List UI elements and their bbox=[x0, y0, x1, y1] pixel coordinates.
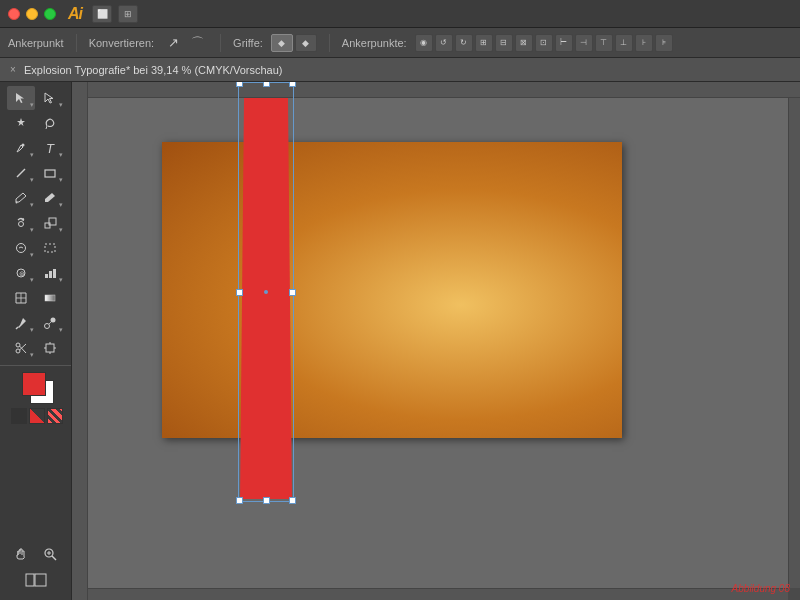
svg-rect-10 bbox=[45, 274, 48, 278]
magic-wand-tool-btn[interactable] bbox=[7, 111, 35, 135]
artboard-tool-btn[interactable] bbox=[36, 336, 64, 360]
close-button[interactable] bbox=[8, 8, 20, 20]
ruler-vertical bbox=[72, 82, 88, 600]
ap-icon-3[interactable]: ↻ bbox=[455, 34, 473, 52]
svg-rect-12 bbox=[53, 269, 56, 278]
griffe-label: Griffe: bbox=[233, 37, 263, 49]
foreground-color-swatch[interactable] bbox=[22, 372, 46, 396]
ap-icon-11[interactable]: ⊥ bbox=[615, 34, 633, 52]
tool-row-5: ▾ ▾ bbox=[7, 186, 64, 210]
ruler-horizontal bbox=[72, 82, 800, 98]
canvas-area[interactable]: Abbildung 08 bbox=[72, 82, 800, 600]
ap-icon-9[interactable]: ⊣ bbox=[575, 34, 593, 52]
layout-icon[interactable]: ⊞ bbox=[118, 5, 138, 23]
ap-icon-8[interactable]: ⊢ bbox=[555, 34, 573, 52]
titlebar: Ai ⬜ ⊞ bbox=[0, 0, 800, 28]
gradient-color-btn[interactable] bbox=[29, 408, 45, 424]
zoom-tool-btn[interactable] bbox=[36, 542, 64, 566]
svg-rect-33 bbox=[26, 574, 34, 586]
screen-mode-row bbox=[22, 568, 50, 592]
none-color-btn[interactable] bbox=[11, 408, 27, 424]
tool-row-7: ▾ bbox=[7, 236, 64, 260]
divider-3 bbox=[329, 34, 330, 52]
ap-icon-12[interactable]: ⊦ bbox=[635, 34, 653, 52]
ap-icon-4[interactable]: ⊞ bbox=[475, 34, 493, 52]
tab-close-btn[interactable]: × bbox=[6, 63, 20, 77]
hand-tool-btn[interactable] bbox=[7, 542, 35, 566]
pen-tool-btn[interactable]: ▾ bbox=[7, 136, 35, 160]
konvertieren-label: Konvertieren: bbox=[89, 37, 154, 49]
main-area: ▾ ▾ ▾ T ▾ bbox=[0, 82, 800, 600]
column-graph-btn[interactable]: ▾ bbox=[36, 261, 64, 285]
tool-row-3: ▾ T ▾ bbox=[7, 136, 64, 160]
svg-rect-2 bbox=[45, 170, 55, 177]
svg-line-30 bbox=[52, 556, 56, 560]
ap-icon-5[interactable]: ⊟ bbox=[495, 34, 513, 52]
ap-icon-2[interactable]: ↺ bbox=[435, 34, 453, 52]
ap-icon-13[interactable]: ⊧ bbox=[655, 34, 673, 52]
mesh-tool-btn[interactable] bbox=[7, 286, 35, 310]
paintbrush-tool-btn[interactable]: ▾ bbox=[7, 186, 35, 210]
griffe-btn-1[interactable]: ◆ bbox=[271, 34, 293, 52]
titlebar-icons: ⬜ ⊞ bbox=[92, 5, 138, 23]
blend-tool-btn[interactable]: ▾ bbox=[36, 311, 64, 335]
app-icon: Ai bbox=[68, 5, 82, 23]
color-area bbox=[0, 365, 71, 428]
svg-rect-34 bbox=[35, 574, 46, 586]
svg-line-1 bbox=[17, 169, 25, 177]
gradient-tool-btn[interactable] bbox=[36, 286, 64, 310]
tool-row-2 bbox=[7, 111, 64, 135]
symbol-sprayer-btn[interactable]: ⊛ ▾ bbox=[7, 261, 35, 285]
svg-rect-11 bbox=[49, 271, 52, 278]
ap-icon-1[interactable]: ◉ bbox=[415, 34, 433, 52]
pencil-tool-btn[interactable]: ▾ bbox=[36, 186, 64, 210]
ankerpunkte-icons: ◉ ↺ ↻ ⊞ ⊟ ⊠ ⊡ ⊢ ⊣ ⊤ ⊥ ⊦ ⊧ bbox=[415, 34, 673, 52]
toolbar: ▾ ▾ ▾ T ▾ bbox=[0, 82, 72, 600]
tool-row-11: ▾ bbox=[7, 336, 64, 360]
ap-icon-10[interactable]: ⊤ bbox=[595, 34, 613, 52]
free-transform-btn[interactable] bbox=[36, 236, 64, 260]
tool-row-8: ⊛ ▾ ▾ bbox=[7, 261, 64, 285]
line-tool-btn[interactable]: ▾ bbox=[7, 161, 35, 185]
ap-icon-7[interactable]: ⊡ bbox=[535, 34, 553, 52]
tool-row-4: ▾ ▾ bbox=[7, 161, 64, 185]
direct-select-tool-btn[interactable]: ▾ bbox=[36, 86, 64, 110]
tool-row-6: ▾ ▾ bbox=[7, 211, 64, 235]
svg-point-4 bbox=[19, 222, 24, 227]
convert-smooth-btn[interactable]: ⌒ bbox=[186, 32, 208, 54]
pattern-color-btn[interactable] bbox=[47, 408, 63, 424]
convert-corner-btn[interactable]: ↗ bbox=[162, 32, 184, 54]
rect-tool-btn[interactable]: ▾ bbox=[36, 161, 64, 185]
rotate-tool-btn[interactable]: ▾ bbox=[7, 211, 35, 235]
color-stack[interactable] bbox=[20, 370, 56, 406]
red-shape[interactable] bbox=[240, 84, 292, 499]
ankerpunkte-label: Ankerpunkte: bbox=[342, 37, 407, 49]
lasso-tool-btn[interactable] bbox=[36, 111, 64, 135]
new-doc-icon[interactable]: ⬜ bbox=[92, 5, 112, 23]
svg-text:⊛: ⊛ bbox=[19, 270, 25, 277]
view-tools-row bbox=[7, 542, 64, 566]
select-tool-btn[interactable]: ▾ bbox=[7, 86, 35, 110]
ap-icon-6[interactable]: ⊠ bbox=[515, 34, 533, 52]
tool-row-10: ▾ ▾ bbox=[7, 311, 64, 335]
svg-point-18 bbox=[51, 318, 56, 323]
watermark: Abbildung 08 bbox=[732, 583, 790, 594]
warp-tool-btn[interactable]: ▾ bbox=[7, 236, 35, 260]
eyedropper-tool-btn[interactable]: ▾ bbox=[7, 311, 35, 335]
maximize-button[interactable] bbox=[44, 8, 56, 20]
text-tool-btn[interactable]: T ▾ bbox=[36, 136, 64, 160]
scissors-tool-btn[interactable]: ▾ bbox=[7, 336, 35, 360]
scrollbar-horizontal[interactable] bbox=[72, 588, 788, 600]
svg-point-3 bbox=[16, 202, 18, 204]
handle-middle-right[interactable] bbox=[289, 289, 296, 296]
griffe-btn-2[interactable]: ◆ bbox=[295, 34, 317, 52]
color-mini-row bbox=[11, 408, 63, 424]
svg-point-7 bbox=[17, 244, 26, 253]
scrollbar-vertical[interactable] bbox=[788, 82, 800, 588]
scale-tool-btn[interactable]: ▾ bbox=[36, 211, 64, 235]
minimize-button[interactable] bbox=[26, 8, 38, 20]
svg-line-19 bbox=[49, 322, 51, 324]
svg-point-0 bbox=[22, 144, 25, 147]
screen-mode-btn[interactable] bbox=[22, 568, 50, 592]
handle-middle-left[interactable] bbox=[236, 289, 243, 296]
